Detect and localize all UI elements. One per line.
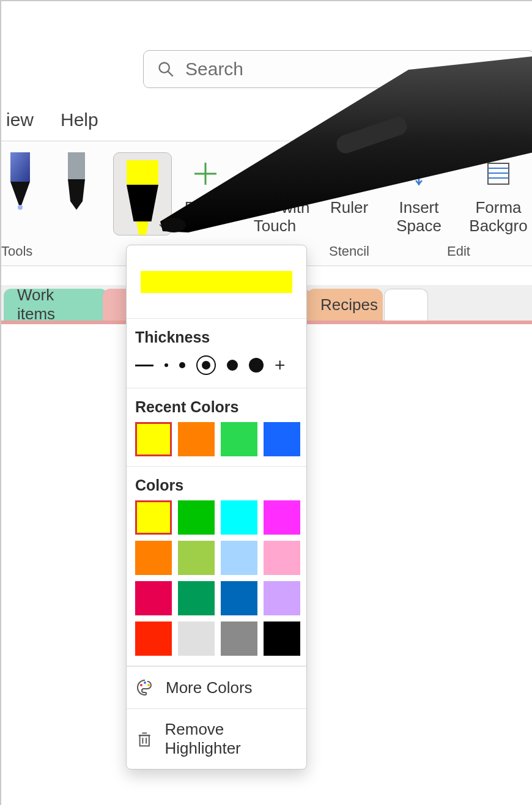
color-swatch[interactable] bbox=[135, 500, 172, 535]
plus-icon bbox=[192, 160, 219, 187]
preview-stroke bbox=[141, 271, 292, 293]
color-swatch[interactable] bbox=[264, 621, 300, 656]
remove-highlighter-button[interactable]: Remove Highlighter bbox=[127, 708, 306, 769]
thickness-minus[interactable] bbox=[135, 365, 153, 366]
more-colors-button[interactable]: More Colors bbox=[127, 666, 306, 708]
svg-line-1 bbox=[168, 72, 173, 76]
ruler-icon bbox=[331, 156, 367, 191]
color-swatch[interactable] bbox=[135, 621, 172, 656]
pen-icon bbox=[6, 152, 35, 211]
color-swatch[interactable] bbox=[178, 500, 215, 535]
svg-point-22 bbox=[144, 681, 146, 684]
highlighter-cap bbox=[127, 160, 158, 185]
recent-color-swatch[interactable] bbox=[264, 422, 300, 456]
insert-space-icon bbox=[404, 158, 434, 189]
group-label-stencil: Stencil bbox=[329, 243, 369, 263]
color-swatch[interactable] bbox=[221, 541, 257, 575]
thickness-plus[interactable]: + bbox=[275, 355, 286, 376]
chevron-down-icon: ⌄ bbox=[217, 203, 226, 215]
svg-line-14 bbox=[344, 174, 346, 178]
search-box[interactable]: Search bbox=[143, 50, 532, 88]
color-swatch[interactable] bbox=[135, 581, 172, 615]
pencil-icon bbox=[62, 152, 91, 211]
thickness-opt-2[interactable] bbox=[179, 362, 185, 368]
menu-view[interactable]: iew bbox=[4, 108, 36, 132]
svg-point-21 bbox=[140, 684, 142, 686]
ruler-button[interactable]: Ruler bbox=[320, 152, 379, 217]
format-background-icon bbox=[483, 158, 514, 189]
color-swatch[interactable] bbox=[264, 541, 300, 575]
highlighter-tip bbox=[136, 221, 149, 235]
color-swatch[interactable] bbox=[264, 500, 300, 535]
trash-icon bbox=[135, 729, 153, 749]
search-placeholder: Search bbox=[185, 59, 243, 80]
highlighter-dropdown: Thickness + Recent Colors Colors More Co… bbox=[126, 245, 307, 770]
add-pen-button[interactable]: Pen ⌄ bbox=[181, 152, 230, 217]
tab-recipes[interactable]: Recipes bbox=[307, 289, 383, 321]
svg-line-13 bbox=[339, 176, 341, 180]
color-swatch[interactable] bbox=[178, 541, 215, 575]
svg-rect-6 bbox=[68, 152, 85, 179]
recent-color-swatch[interactable] bbox=[135, 422, 172, 456]
svg-rect-24 bbox=[140, 735, 149, 746]
color-swatch[interactable] bbox=[264, 581, 300, 615]
svg-marker-8 bbox=[68, 179, 85, 201]
group-label-tools: Tools bbox=[1, 243, 32, 263]
svg-point-0 bbox=[160, 63, 169, 73]
tab-work-items[interactable]: Work items bbox=[4, 289, 108, 321]
palette-icon bbox=[135, 678, 155, 697]
svg-marker-9 bbox=[70, 201, 83, 210]
thickness-opt-1[interactable] bbox=[164, 363, 168, 367]
color-swatch[interactable] bbox=[221, 621, 257, 656]
colors-heading: Colors bbox=[135, 477, 298, 494]
draw-with-touch-button[interactable]: Draw with Touch bbox=[240, 152, 310, 236]
insert-space-button[interactable]: Insert Space bbox=[388, 152, 449, 236]
search-icon bbox=[157, 61, 174, 78]
thickness-heading: Thickness bbox=[135, 328, 298, 346]
thickness-opt-5[interactable] bbox=[249, 358, 264, 373]
thickness-section: Thickness + bbox=[127, 319, 306, 388]
pen-galaxy[interactable] bbox=[1, 152, 39, 211]
color-swatch[interactable] bbox=[178, 621, 215, 656]
svg-point-5 bbox=[18, 205, 23, 210]
thickness-opt-4[interactable] bbox=[227, 360, 238, 371]
color-swatch[interactable] bbox=[221, 500, 257, 535]
recent-color-swatch[interactable] bbox=[221, 422, 257, 456]
chevron-down-icon[interactable]: ⌄ bbox=[157, 215, 168, 231]
thickness-opt-3-selected[interactable] bbox=[196, 355, 216, 375]
group-label-edit: Edit bbox=[447, 243, 470, 263]
menu-help[interactable]: Help bbox=[58, 108, 101, 132]
color-swatch[interactable] bbox=[221, 581, 257, 615]
menu-bar: iew Help bbox=[1, 108, 101, 132]
recent-colors-section: Recent Colors bbox=[127, 388, 306, 467]
svg-marker-4 bbox=[10, 182, 30, 209]
highlighter-body bbox=[127, 185, 158, 221]
svg-rect-3 bbox=[10, 152, 30, 182]
recent-colors-heading: Recent Colors bbox=[135, 398, 298, 416]
touch-icon bbox=[259, 157, 292, 190]
recent-color-swatch[interactable] bbox=[178, 422, 215, 456]
tab-add[interactable] bbox=[384, 289, 428, 321]
svg-point-23 bbox=[147, 684, 150, 686]
color-swatch[interactable] bbox=[135, 541, 172, 575]
svg-line-15 bbox=[350, 171, 352, 176]
colors-section: Colors bbox=[127, 467, 306, 666]
preview-section bbox=[127, 245, 306, 319]
color-swatch[interactable] bbox=[178, 581, 215, 615]
format-background-button[interactable]: Forma Backgro bbox=[468, 152, 529, 236]
pencil-gray[interactable] bbox=[57, 152, 95, 211]
highlighter-tool[interactable]: ⌄ bbox=[114, 152, 171, 236]
